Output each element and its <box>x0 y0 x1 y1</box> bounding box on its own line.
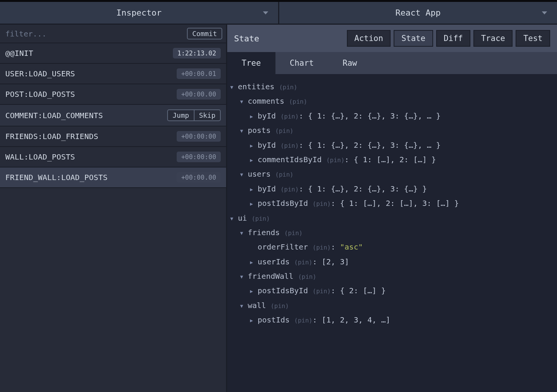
tree-node[interactable]: ▶postIds (pin): [1, 2, 3, 4, …] <box>230 313 554 327</box>
expand-arrow-down-icon[interactable]: ▼ <box>240 97 245 107</box>
tree-node[interactable]: ▶orderFilter (pin): "asc" <box>230 240 554 254</box>
tree-node[interactable]: ▼posts (pin) <box>230 123 554 138</box>
action-name: FRIEND_WALL:LOAD_POSTS <box>5 173 108 182</box>
action-name: USER:LOAD_USERS <box>5 69 75 78</box>
tree-key: byId <box>258 184 280 193</box>
tree-node[interactable]: ▼entities (pin) <box>230 79 554 94</box>
tree-node[interactable]: ▶byId (pin): { 1: {…}, 2: {…}, 3: {…}, …… <box>230 109 554 123</box>
tree-node[interactable]: ▶postIdsById (pin): { 2: […] } <box>230 283 554 298</box>
expand-arrow-right-icon[interactable]: ▶ <box>250 185 255 194</box>
action-name: WALL:LOAD_POSTS <box>5 152 75 161</box>
action-row[interactable]: USER:LOAD_USERS+00:00.01 <box>0 64 226 84</box>
action-row-buttons: JumpSkip <box>167 109 221 121</box>
pin-button[interactable]: (pin) <box>326 156 345 164</box>
view-tab-tree[interactable]: Tree <box>227 52 275 74</box>
expand-arrow-down-icon[interactable]: ▼ <box>240 302 245 311</box>
pin-button[interactable]: (pin) <box>252 215 270 222</box>
pin-button[interactable]: (pin) <box>284 229 302 237</box>
pin-button[interactable]: (pin) <box>279 84 297 91</box>
tree-key: commentIdsById <box>258 155 326 164</box>
pin-button[interactable]: (pin) <box>289 98 307 105</box>
pin-button[interactable]: (pin) <box>313 288 331 295</box>
tree-key: userIds <box>258 257 294 266</box>
main-split: Commit @@INIT1:22:13.02USER:LOAD_USERS+0… <box>0 25 557 392</box>
inspector-tab-action[interactable]: Action <box>347 30 391 47</box>
tree-node[interactable]: ▶byId (pin): { 1: {…}, 2: {…}, 3: {…}, …… <box>230 138 554 152</box>
pin-button[interactable]: (pin) <box>298 273 316 280</box>
tree-node[interactable]: ▼friends (pin) <box>230 225 554 240</box>
state-tree[interactable]: ▼entities (pin)▼comments (pin)▶byId (pin… <box>227 74 557 392</box>
action-timestamp: +00:00.00 <box>177 89 221 100</box>
tree-value: { 1: {…}, 2: {…}, 3: {…}, … } <box>308 141 440 150</box>
tree-node[interactable]: ▼wall (pin) <box>230 298 554 313</box>
pin-button[interactable]: (pin) <box>313 244 331 251</box>
tree-colon: : <box>331 199 340 208</box>
inspector-tab-state[interactable]: State <box>394 30 433 47</box>
tree-key: comments <box>248 96 289 106</box>
tree-value: [1, 2, 3, 4, …] <box>322 315 391 324</box>
monitor-selector[interactable]: Inspector <box>0 2 278 24</box>
tree-node[interactable]: ▶byId (pin): { 1: {…}, 2: {…}, 3: {…} } <box>230 182 554 196</box>
action-row[interactable]: FRIEND_WALL:LOAD_POSTS+00:00.00 <box>0 168 226 188</box>
filter-input[interactable] <box>5 29 187 38</box>
tree-colon: : <box>331 286 340 295</box>
inspector-tab-test[interactable]: Test <box>516 30 550 47</box>
pin-button[interactable]: (pin) <box>280 142 299 149</box>
expand-arrow-right-icon[interactable]: ▶ <box>250 199 255 209</box>
expand-arrow-right-icon[interactable]: ▶ <box>250 287 255 296</box>
jump-button[interactable]: Jump <box>167 109 194 121</box>
view-tab-chart[interactable]: Chart <box>275 52 328 74</box>
expand-arrow-right-icon[interactable]: ▶ <box>250 141 255 151</box>
tree-value: [2, 3] <box>322 257 349 266</box>
expand-arrow-down-icon[interactable]: ▼ <box>230 214 236 224</box>
inspector-tab-diff[interactable]: Diff <box>436 30 471 47</box>
pin-button[interactable]: (pin) <box>313 200 331 207</box>
expand-arrow-down-icon[interactable]: ▼ <box>240 229 245 238</box>
tree-key: posts <box>248 126 275 135</box>
skip-button[interactable]: Skip <box>195 109 221 121</box>
actions-panel: Commit @@INIT1:22:13.02USER:LOAD_USERS+0… <box>0 25 227 392</box>
expand-arrow-down-icon[interactable]: ▼ <box>230 83 236 92</box>
tree-node[interactable]: ▶userIds (pin): [2, 3] <box>230 254 554 269</box>
pin-button[interactable]: (pin) <box>280 186 299 193</box>
view-tab-raw[interactable]: Raw <box>328 52 372 74</box>
expand-arrow-down-icon[interactable]: ▼ <box>240 170 245 180</box>
commit-button[interactable]: Commit <box>187 28 222 40</box>
expand-arrow-right-icon[interactable]: ▶ <box>250 258 255 267</box>
action-timestamp: +00:00:00 <box>177 131 221 142</box>
tree-value: "asc" <box>340 242 363 251</box>
action-timestamp: +00:00.01 <box>177 68 221 79</box>
filter-row: Commit <box>0 25 226 43</box>
expand-arrow-right-icon[interactable]: ▶ <box>250 156 255 165</box>
action-name: COMMENT:LOAD_COMMENTS <box>5 111 103 120</box>
state-header: State ActionStateDiffTraceTest <box>227 25 557 52</box>
pin-button[interactable]: (pin) <box>294 317 312 324</box>
tree-node[interactable]: ▶commentIdsById (pin): { 1: […], 2: […] … <box>230 152 554 167</box>
action-row[interactable]: @@INIT1:22:13.02 <box>0 43 226 64</box>
tree-node[interactable]: ▼ui (pin) <box>230 211 554 225</box>
pin-button[interactable]: (pin) <box>275 127 293 134</box>
expand-arrow-right-icon[interactable]: ▶ <box>250 316 255 326</box>
tree-key: wall <box>248 301 271 310</box>
pin-button[interactable]: (pin) <box>271 302 289 310</box>
tree-node[interactable]: ▶postIdsById (pin): { 1: […], 2: […], 3:… <box>230 196 554 210</box>
pin-button[interactable]: (pin) <box>294 259 312 266</box>
tree-colon: : <box>331 242 340 251</box>
expand-arrow-down-icon[interactable]: ▼ <box>240 272 245 282</box>
action-row[interactable]: COMMENT:LOAD_COMMENTSJumpSkip <box>0 105 226 126</box>
tree-node[interactable]: ▼comments (pin) <box>230 94 554 108</box>
expand-arrow-right-icon[interactable]: ▶ <box>250 112 255 122</box>
tree-node[interactable]: ▼users (pin) <box>230 167 554 181</box>
pin-button[interactable]: (pin) <box>280 113 299 120</box>
tree-node[interactable]: ▼friendWall (pin) <box>230 269 554 283</box>
tree-value: { 1: {…}, 2: {…}, 3: {…}, … } <box>308 111 440 120</box>
inspector-tab-trace[interactable]: Trace <box>473 30 513 47</box>
tree-value: { 1: […], 2: […] } <box>354 155 436 164</box>
instance-selector[interactable]: React App <box>278 2 557 24</box>
state-header-title: State <box>234 34 259 43</box>
action-row[interactable]: POST:LOAD_POSTS+00:00.00 <box>0 84 226 105</box>
expand-arrow-down-icon[interactable]: ▼ <box>240 126 245 136</box>
action-row[interactable]: WALL:LOAD_POSTS+00:00:00 <box>0 147 226 168</box>
action-row[interactable]: FRIENDS:LOAD_FRIENDS+00:00:00 <box>0 126 226 147</box>
pin-button[interactable]: (pin) <box>275 171 293 178</box>
